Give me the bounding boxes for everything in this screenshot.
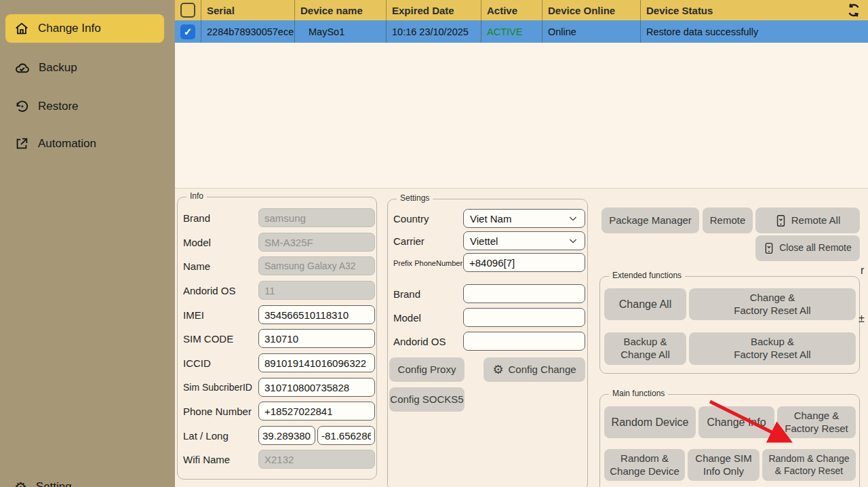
backup-factory-reset-all-button[interactable]: Backup & Factory Reset All — [689, 332, 856, 365]
field-label-country: Country — [393, 213, 429, 225]
sidebar: Change Info Backup Restore Automation ⚙ … — [0, 0, 175, 487]
package-manager-button[interactable]: Package Manager — [601, 208, 699, 233]
sidebar-item-setting[interactable]: ⚙ Setting — [5, 473, 164, 487]
settings-brand-field[interactable] — [463, 284, 585, 303]
config-proxy-button[interactable]: Config Proxy — [389, 357, 465, 382]
main-functions-group: Main functions Random Device Change Info… — [599, 394, 860, 487]
sidebar-item-label: Setting — [36, 480, 72, 487]
external-link-icon — [14, 136, 29, 151]
field-label-imei: IMEI — [183, 309, 204, 321]
config-change-button[interactable]: ⚙Config Change — [484, 357, 585, 382]
field-label-settings-android-os: Andorid OS — [393, 336, 446, 347]
field-label-settings-brand: Brand — [393, 288, 420, 300]
field-label-name: Name — [183, 260, 210, 272]
field-label-android-os: Andorid OS — [183, 285, 236, 296]
wifi-name-field — [258, 450, 375, 469]
select-all-checkbox[interactable] — [180, 3, 195, 18]
change-info-button[interactable]: Change Info — [698, 406, 774, 438]
phone-number-field[interactable] — [258, 402, 375, 421]
column-header-device-online: Device Online — [542, 0, 640, 20]
cell-device-status: Restore data successfully — [640, 20, 868, 43]
main-functions-title: Main functions — [609, 389, 668, 398]
field-label-iccid: ICCID — [183, 357, 211, 369]
imei-field[interactable] — [258, 305, 375, 324]
change-sim-info-only-button[interactable]: Change SIM Info Only — [688, 449, 760, 481]
latitude-field[interactable] — [258, 426, 315, 445]
change-factory-reset-all-button[interactable]: Change & Factory Reset All — [689, 288, 856, 320]
cell-device-name: MaySo1 — [294, 20, 386, 43]
refresh-icon[interactable] — [846, 2, 862, 18]
cell-active-status: ACTIVE — [481, 20, 542, 43]
row-checkbox[interactable]: ✓ — [180, 24, 195, 39]
device-table-row[interactable]: ✓ 2284b78930057ece MaySo1 10:16 23/10/20… — [175, 20, 868, 43]
clipped-text-fragment: ± — [859, 313, 865, 325]
info-group-title: Info — [186, 191, 207, 201]
country-select[interactable]: Viet Nam — [463, 209, 585, 228]
android-os-field — [258, 281, 375, 300]
field-label-wifi-name: Wifi Name — [183, 454, 230, 465]
remote-all-button[interactable]: Remote All — [755, 208, 860, 233]
work-area: Info Brand Model Name Andorid OS IMEI SI… — [175, 189, 868, 487]
model-field — [258, 233, 375, 252]
prefix-phonenumber-field[interactable] — [463, 253, 585, 272]
info-group: Info Brand Model Name Andorid OS IMEI SI… — [177, 197, 377, 480]
field-label-brand: Brand — [183, 212, 210, 224]
extended-functions-title: Extended functions — [609, 271, 685, 280]
chevron-down-icon — [568, 235, 578, 246]
sidebar-item-backup[interactable]: Backup — [5, 54, 164, 82]
brand-field — [258, 208, 375, 227]
sim-code-field[interactable] — [258, 329, 375, 348]
sidebar-item-restore[interactable]: Restore — [5, 92, 164, 121]
change-all-button[interactable]: Change All — [604, 288, 686, 320]
sidebar-item-label: Automation — [38, 137, 96, 151]
change-factory-reset-button[interactable]: Change & Factory Reset — [777, 406, 856, 438]
history-icon — [14, 99, 29, 114]
device-table-header: Serial Device name Expired Date Active D… — [175, 0, 868, 20]
settings-android-os-field[interactable] — [463, 332, 585, 351]
field-label-prefix-phonenumber: Prefix PhoneNumber — [393, 259, 462, 267]
sidebar-item-change-info[interactable]: Change Info — [5, 14, 164, 43]
backup-change-all-button[interactable]: Backup & Change All — [604, 332, 686, 365]
cell-expired-date: 10:16 23/10/2025 — [386, 20, 481, 43]
country-select-value: Viet Nam — [470, 213, 511, 225]
device-table: Serial Device name Expired Date Active D… — [175, 0, 868, 189]
cell-serial: 2284b78930057ece — [201, 20, 294, 43]
field-label-settings-model: Model — [393, 312, 421, 324]
column-header-active: Active — [481, 0, 542, 20]
cell-device-online: Online — [542, 20, 640, 43]
carrier-select-value: Viettel — [470, 235, 498, 247]
sidebar-item-label: Backup — [39, 61, 77, 75]
random-device-button[interactable]: Random Device — [604, 406, 696, 438]
settings-group-title: Settings — [397, 193, 433, 203]
field-label-lat-long: Lat / Long — [183, 430, 229, 442]
longitude-field[interactable] — [317, 426, 375, 445]
sim-subscriberid-field[interactable] — [258, 378, 375, 397]
field-label-sim-code: SIM CODE — [183, 333, 233, 345]
field-label-phone-number: Phone Number — [183, 406, 252, 417]
extended-functions-group: Extended functions Change All Change & F… — [599, 276, 860, 374]
name-field — [258, 256, 375, 275]
random-change-device-button[interactable]: Random & Change Device — [604, 449, 685, 481]
phone-icon — [764, 242, 774, 254]
iccid-field[interactable] — [258, 353, 375, 372]
remote-button[interactable]: Remote — [703, 208, 753, 233]
random-change-factory-reset-button[interactable]: Random & Change & Factory Reset — [762, 449, 856, 481]
close-all-remote-button[interactable]: Close all Remote — [755, 235, 860, 261]
settings-group: Settings Country Viet Nam Carrier Viette… — [387, 199, 588, 487]
sidebar-item-label: Change Info — [38, 22, 101, 35]
config-socks5-button[interactable]: Config SOCKS5 — [389, 387, 465, 412]
sidebar-item-label: Restore — [38, 100, 79, 113]
column-header-expired-date: Expired Date — [386, 0, 481, 20]
column-header-device-status: Device Status — [640, 0, 868, 20]
field-label-sim-subscriberid: Sim SubcriberID — [183, 382, 252, 393]
column-header-serial: Serial — [201, 0, 294, 20]
gear-icon: ⚙ — [14, 480, 27, 487]
clipped-text-fragment: r — [861, 265, 864, 277]
row-checkbox-cell: ✓ — [175, 20, 201, 43]
sidebar-item-automation[interactable]: Automation — [5, 130, 164, 158]
settings-model-field[interactable] — [463, 308, 585, 327]
field-label-carrier: Carrier — [393, 235, 425, 247]
field-label-model: Model — [183, 237, 211, 248]
carrier-select[interactable]: Viettel — [463, 231, 585, 250]
home-icon — [14, 21, 29, 36]
